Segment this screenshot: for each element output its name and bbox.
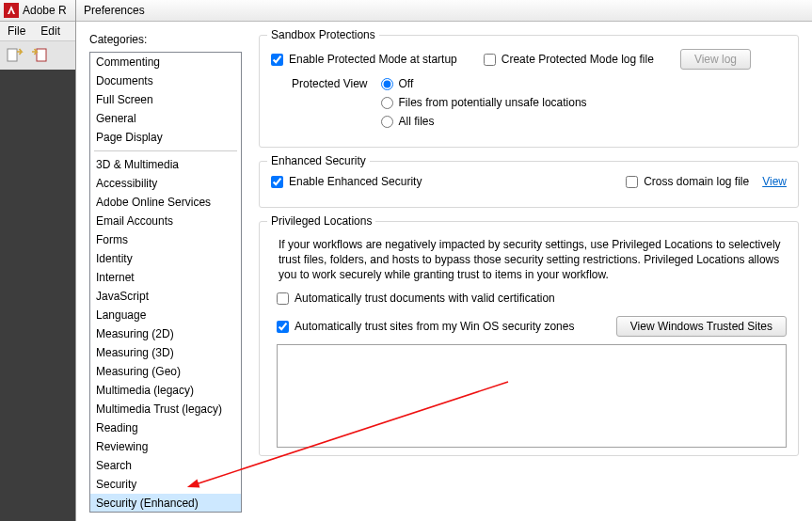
category-item[interactable]: General <box>90 109 241 128</box>
protected-view-label: Protected View <box>292 77 368 90</box>
category-item[interactable]: Language <box>90 306 241 324</box>
category-item[interactable]: Security <box>90 475 241 494</box>
category-item[interactable]: Full Screen <box>90 90 241 109</box>
view-link[interactable]: View <box>762 175 787 188</box>
svg-rect-0 <box>8 49 17 61</box>
category-item[interactable]: Reviewing <box>90 437 241 456</box>
page-in-icon[interactable] <box>30 45 51 66</box>
svg-rect-1 <box>37 49 46 61</box>
category-item[interactable]: Page Display <box>90 128 241 147</box>
category-item[interactable]: Documents <box>90 71 241 90</box>
cross-domain-checkbox[interactable]: Cross domain log file <box>626 175 749 188</box>
radio-off[interactable]: Off <box>381 77 587 90</box>
category-item[interactable]: Forms <box>90 230 241 249</box>
sandbox-group: Sandbox Protections Enable Protected Mod… <box>259 35 799 148</box>
trusted-list-box[interactable] <box>277 344 787 448</box>
menu-edit[interactable]: Edit <box>33 22 68 40</box>
radio-unsafe[interactable]: Files from potentially unsafe locations <box>381 96 587 109</box>
categories-label: Categories: <box>89 33 242 46</box>
settings-panel: Sandbox Protections Enable Protected Mod… <box>259 33 799 521</box>
category-item[interactable]: Measuring (3D) <box>90 343 241 362</box>
app-dark-area <box>0 70 75 521</box>
category-separator <box>94 150 237 151</box>
radio-all[interactable]: All files <box>381 115 587 128</box>
category-item[interactable]: Measuring (Geo) <box>90 362 241 381</box>
category-item[interactable]: Adobe Online Services <box>90 193 241 212</box>
category-item[interactable]: Email Accounts <box>90 212 241 230</box>
enable-protected-checkbox[interactable]: Enable Protected Mode at startup <box>271 53 457 66</box>
category-item[interactable]: Measuring (2D) <box>90 324 241 343</box>
privileged-group: Privileged Locations If your workflows a… <box>259 221 799 456</box>
category-item[interactable]: Internet <box>90 268 241 287</box>
categories-panel: Categories: CommentingDocumentsFull Scre… <box>89 33 242 521</box>
app-title: Adobe R <box>23 4 67 17</box>
privileged-title: Privileged Locations <box>267 214 375 228</box>
create-log-checkbox[interactable]: Create Protected Mode log file <box>484 53 654 66</box>
category-item[interactable]: Identity <box>90 249 241 268</box>
menu-file[interactable]: File <box>0 22 33 40</box>
view-log-button[interactable]: View log <box>680 49 751 70</box>
category-item[interactable]: Multimedia (legacy) <box>90 381 241 400</box>
enable-enhanced-checkbox[interactable]: Enable Enhanced Security <box>271 175 422 188</box>
preferences-titlebar: Preferences <box>76 0 812 22</box>
preferences-title: Preferences <box>84 4 145 17</box>
category-item[interactable]: Security (Enhanced) <box>90 494 241 513</box>
category-item[interactable]: Multimedia Trust (legacy) <box>90 400 241 418</box>
app-menubar: File Edit <box>0 22 75 71</box>
category-item[interactable]: Search <box>90 456 241 475</box>
privileged-desc: If your workflows are negatively impacte… <box>279 237 783 282</box>
enhanced-title: Enhanced Security <box>267 154 370 167</box>
enhanced-group: Enhanced Security Enable Enhanced Securi… <box>259 161 799 208</box>
auto-trust-cert-checkbox[interactable]: Automatically trust documents with valid… <box>277 292 787 305</box>
category-item[interactable]: 3D & Multimedia <box>90 155 241 174</box>
category-item[interactable]: Commenting <box>90 53 241 71</box>
category-item[interactable]: Reading <box>90 418 241 437</box>
view-trusted-sites-button[interactable]: View Windows Trusted Sites <box>616 316 787 337</box>
auto-trust-sites-checkbox[interactable]: Automatically trust sites from my Win OS… <box>277 320 574 333</box>
categories-list[interactable]: CommentingDocumentsFull ScreenGeneralPag… <box>89 52 242 513</box>
category-item[interactable]: Accessibility <box>90 174 241 193</box>
page-out-icon[interactable] <box>4 45 24 66</box>
sandbox-title: Sandbox Protections <box>267 28 379 41</box>
preferences-window: Preferences Categories: CommentingDocume… <box>75 0 812 521</box>
adobe-icon <box>4 3 19 18</box>
category-item[interactable]: JavaScript <box>90 287 241 306</box>
